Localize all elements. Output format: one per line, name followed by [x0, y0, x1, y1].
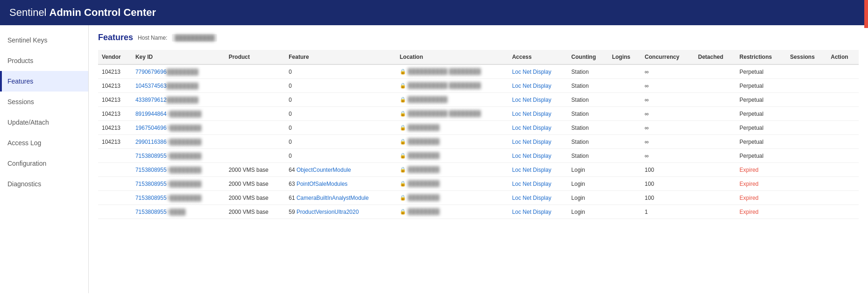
- col-concurrency: Concurrency: [641, 50, 694, 64]
- lock-icon: 🔒: [400, 167, 406, 173]
- sidebar-item-diagnostics[interactable]: Diagnostics: [0, 174, 88, 194]
- cell-vendor: 104213: [98, 79, 132, 93]
- cell-location: 🔒 ████████: [396, 177, 508, 191]
- table-row: 10421319675046969████████0🔒 ████████Loc …: [98, 121, 859, 135]
- cell-logins: [608, 93, 641, 107]
- cell-feature: 64 ObjectCounterModule: [285, 163, 396, 177]
- cell-vendor: 104213: [98, 93, 132, 107]
- col-product: Product: [225, 50, 285, 64]
- cell-location: 🔒 ████████: [396, 191, 508, 205]
- accent-bar: [864, 0, 868, 28]
- table-row: 1042137790679696████████0🔒 ██████████ ██…: [98, 64, 859, 79]
- cell-vendor: 104213: [98, 64, 132, 79]
- cell-access: Loc Net Display: [508, 64, 568, 79]
- cell-counting: Station: [568, 107, 608, 121]
- cell-location: 🔒 ████████: [396, 163, 508, 177]
- cell-key-id: 71538089558████████: [132, 163, 225, 177]
- cell-sessions: [786, 191, 827, 205]
- cell-counting: Station: [568, 149, 608, 163]
- sidebar-item-sessions[interactable]: Sessions: [0, 92, 88, 112]
- cell-feature: 0: [285, 107, 396, 121]
- cell-key-id: 71538089558████████: [132, 149, 225, 163]
- cell-key-id: 29901163866████████: [132, 135, 225, 149]
- cell-concurrency: 100: [641, 163, 694, 177]
- col-restrictions: Restrictions: [736, 50, 786, 64]
- cell-restrictions: Expired: [736, 163, 786, 177]
- layout: Sentinel KeysProductsFeaturesSessionsUpd…: [0, 25, 868, 293]
- table-row: 71538089558████████2000 VMS base63 Point…: [98, 177, 859, 191]
- table-row: 10421329901163866████████0🔒 ████████Loc …: [98, 135, 859, 149]
- lock-icon: 🔒: [400, 153, 406, 159]
- cell-sessions: [786, 149, 827, 163]
- cell-concurrency: ∞: [641, 149, 694, 163]
- cell-concurrency: 100: [641, 177, 694, 191]
- cell-access: Loc Net Display: [508, 191, 568, 205]
- cell-product: [225, 121, 285, 135]
- cell-action: [827, 177, 859, 191]
- sidebar-item-features[interactable]: Features: [0, 71, 88, 92]
- cell-action: [827, 93, 859, 107]
- cell-logins: [608, 121, 641, 135]
- lock-icon: 🔒: [400, 69, 406, 75]
- cell-action: [827, 79, 859, 93]
- col-sessions: Sessions: [786, 50, 827, 64]
- sidebar-item-sentinel-keys[interactable]: Sentinel Keys: [0, 30, 88, 50]
- feature-link[interactable]: CameraBuiltInAnalystModule: [296, 195, 369, 201]
- cell-access: Loc Net Display: [508, 93, 568, 107]
- sidebar-item-configuration[interactable]: Configuration: [0, 153, 88, 174]
- cell-counting: Station: [568, 79, 608, 93]
- cell-action: [827, 64, 859, 79]
- feature-link[interactable]: ObjectCounterModule: [296, 167, 351, 173]
- col-logins: Logins: [608, 50, 641, 64]
- cell-logins: [608, 64, 641, 79]
- cell-action: [827, 191, 859, 205]
- cell-access: Loc Net Display: [508, 135, 568, 149]
- cell-action: [827, 121, 859, 135]
- cell-product: 2000 VMS base: [225, 191, 285, 205]
- col-feature: Feature: [285, 50, 396, 64]
- cell-detached: [694, 205, 736, 219]
- cell-product: 2000 VMS base: [225, 163, 285, 177]
- feature-link[interactable]: PointOfSaleModules: [296, 181, 347, 187]
- cell-concurrency: 1: [641, 205, 694, 219]
- cell-counting: Station: [568, 64, 608, 79]
- cell-access: Loc Net Display: [508, 177, 568, 191]
- cell-location: 🔒 ████████: [396, 135, 508, 149]
- cell-product: [225, 149, 285, 163]
- cell-logins: [608, 135, 641, 149]
- cell-detached: [694, 135, 736, 149]
- col-access: Access: [508, 50, 568, 64]
- cell-logins: [608, 107, 641, 121]
- cell-logins: [608, 149, 641, 163]
- cell-restrictions: Expired: [736, 177, 786, 191]
- cell-sessions: [786, 93, 827, 107]
- cell-access: Loc Net Display: [508, 79, 568, 93]
- cell-action: [827, 107, 859, 121]
- cell-access: Loc Net Display: [508, 107, 568, 121]
- sidebar-item-access-log[interactable]: Access Log: [0, 133, 88, 153]
- cell-key-id: 4338979612████████: [132, 93, 225, 107]
- cell-detached: [694, 121, 736, 135]
- page-title: Features: [98, 33, 133, 42]
- col-detached: Detached: [694, 50, 736, 64]
- sidebar: Sentinel KeysProductsFeaturesSessionsUpd…: [0, 25, 89, 293]
- cell-product: [225, 93, 285, 107]
- lock-icon: 🔒: [400, 97, 406, 103]
- feature-link[interactable]: ProductVersionUltra2020: [296, 209, 359, 215]
- cell-counting: Station: [568, 93, 608, 107]
- cell-location: 🔒 ████████: [396, 149, 508, 163]
- cell-sessions: [786, 107, 827, 121]
- lock-icon: 🔒: [400, 195, 406, 201]
- cell-restrictions: Perpetual: [736, 121, 786, 135]
- cell-feature: 61 CameraBuiltInAnalystModule: [285, 191, 396, 205]
- cell-feature: 0: [285, 79, 396, 93]
- cell-sessions: [786, 135, 827, 149]
- cell-concurrency: ∞: [641, 107, 694, 121]
- table-row: 1042134338979612████████0🔒 ██████████Loc…: [98, 93, 859, 107]
- lock-icon: 🔒: [400, 125, 406, 131]
- sidebar-item-products[interactable]: Products: [0, 50, 88, 71]
- cell-counting: Login: [568, 163, 608, 177]
- cell-product: [225, 64, 285, 79]
- sidebar-item-update-attach[interactable]: Update/Attach: [0, 112, 88, 133]
- table-row: 1042131045374563████████0🔒 ██████████ ██…: [98, 79, 859, 93]
